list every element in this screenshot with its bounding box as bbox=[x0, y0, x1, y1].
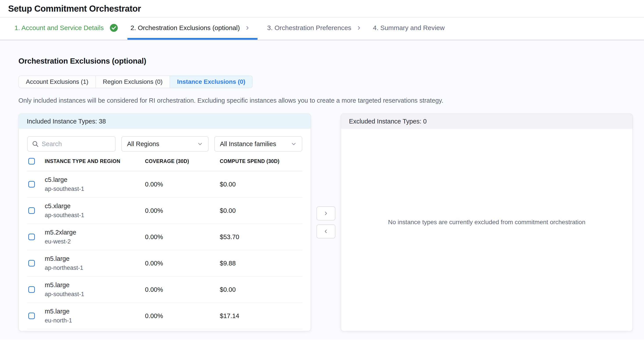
select-all-checkbox[interactable] bbox=[28, 158, 35, 164]
page-title: Setup Commitment Orchestrator bbox=[8, 4, 141, 14]
region-filter-value: All Regions bbox=[127, 140, 159, 148]
row-checkbox[interactable] bbox=[28, 207, 35, 214]
instance-type: m5.2xlarge bbox=[45, 229, 145, 236]
step-summary-review[interactable]: 4. Summary and Review bbox=[370, 18, 448, 40]
table-row: m5.large ap-southeast-1 0.00% $0.00 bbox=[27, 276, 302, 303]
spend-value: $17.14 bbox=[220, 312, 302, 320]
spend-value: $9.88 bbox=[220, 260, 302, 267]
tab-account-exclusions[interactable]: Account Exclusions (1) bbox=[19, 76, 96, 88]
table-header-row: INSTANCE TYPE AND REGION COVERAGE (30D) … bbox=[27, 152, 302, 171]
row-checkbox[interactable] bbox=[28, 260, 35, 266]
transfer-panels: Included Instance Types: 38 All Regions bbox=[18, 114, 633, 332]
instance-family-filter-select[interactable]: All Instance families bbox=[214, 136, 302, 152]
instance-type: m5.large bbox=[45, 282, 145, 289]
row-checkbox[interactable] bbox=[28, 286, 35, 293]
instance-region: ap-northeast-1 bbox=[45, 264, 145, 271]
coverage-value: 0.00% bbox=[145, 312, 220, 320]
coverage-value: 0.00% bbox=[145, 286, 220, 293]
spend-value: $0.00 bbox=[220, 207, 302, 214]
search-input[interactable] bbox=[42, 140, 111, 148]
move-to-excluded-button[interactable]: › bbox=[316, 206, 336, 220]
instance-region: ap-southeast-1 bbox=[45, 291, 145, 298]
instance-region: eu-west-2 bbox=[45, 238, 145, 245]
chevron-down-icon bbox=[291, 141, 296, 147]
coverage-value: 0.00% bbox=[145, 260, 220, 267]
coverage-value: 0.00% bbox=[145, 234, 220, 241]
region-filter-select[interactable]: All Regions bbox=[121, 136, 208, 152]
step-label: 1. Account and Service Details bbox=[14, 24, 104, 32]
table-row: m5.large eu-north-1 0.00% $17.14 bbox=[27, 303, 302, 329]
chevron-right-icon: › bbox=[325, 209, 327, 217]
search-icon bbox=[32, 140, 38, 147]
excluded-instances-panel: Excluded Instance Types: 0 No instance t… bbox=[341, 114, 633, 332]
instance-type: m5.large bbox=[45, 308, 145, 315]
included-filters: All Regions All Instance families bbox=[19, 129, 310, 152]
step-label: 4. Summary and Review bbox=[373, 24, 444, 32]
excluded-empty-message: No instance types are currently excluded… bbox=[388, 219, 586, 226]
table-row: m5.large ap-northeast-1 0.00% $9.88 bbox=[27, 250, 302, 276]
excluded-panel-title: Excluded Instance Types: 0 bbox=[349, 118, 427, 125]
chevron-right-icon: › bbox=[358, 23, 360, 32]
spend-value: $0.00 bbox=[220, 286, 302, 293]
row-checkbox[interactable] bbox=[28, 181, 35, 188]
tab-region-exclusions[interactable]: Region Exclusions (0) bbox=[96, 76, 170, 88]
row-checkbox[interactable] bbox=[28, 234, 35, 240]
table-row: m5.2xlarge eu-west-2 0.00% $53.70 bbox=[27, 224, 302, 250]
column-header-instance-type: INSTANCE TYPE AND REGION bbox=[45, 158, 145, 164]
app-header: Setup Commitment Orchestrator bbox=[0, 0, 644, 18]
step-orchestration-exclusions[interactable]: 2. Orchestration Exclusions (optional) › bbox=[128, 18, 258, 40]
coverage-value: 0.00% bbox=[145, 207, 220, 214]
table-row: c5.xlarge ap-southeast-1 0.00% $0.00 bbox=[27, 198, 302, 224]
check-circle-icon bbox=[110, 24, 118, 32]
row-checkbox[interactable] bbox=[28, 312, 35, 319]
included-panel-title: Included Instance Types: 38 bbox=[27, 118, 106, 125]
tab-instance-exclusions[interactable]: Instance Exclusions (0) bbox=[170, 76, 252, 88]
excluded-empty-state: No instance types are currently excluded… bbox=[341, 129, 632, 331]
instance-region: ap-southeast-1 bbox=[45, 212, 145, 219]
included-panel-header: Included Instance Types: 38 bbox=[19, 114, 310, 129]
column-header-compute-spend: COMPUTE SPEND (30D) bbox=[220, 158, 302, 164]
excluded-panel-header: Excluded Instance Types: 0 bbox=[341, 114, 632, 129]
instance-family-filter-value: All Instance families bbox=[220, 140, 276, 148]
exclusion-tab-group: Account Exclusions (1) Region Exclusions… bbox=[18, 76, 253, 88]
section-description: Only included instances will be consider… bbox=[18, 97, 633, 104]
step-label: 2. Orchestration Exclusions (optional) bbox=[130, 24, 240, 32]
column-header-coverage: COVERAGE (30D) bbox=[145, 158, 220, 164]
included-instances-panel: Included Instance Types: 38 All Regions bbox=[18, 114, 311, 332]
main-content: Orchestration Exclusions (optional) Acco… bbox=[0, 40, 644, 339]
coverage-value: 0.00% bbox=[145, 181, 220, 188]
instance-type: c5.xlarge bbox=[45, 202, 145, 210]
chevron-right-icon: › bbox=[246, 23, 249, 32]
section-heading: Orchestration Exclusions (optional) bbox=[18, 56, 633, 65]
step-orchestration-preferences[interactable]: 3. Orchestration Preferences › bbox=[264, 18, 363, 40]
instance-type: m5.large bbox=[45, 255, 145, 262]
search-box bbox=[27, 136, 116, 152]
spend-value: $53.70 bbox=[220, 234, 302, 241]
included-instances-table: INSTANCE TYPE AND REGION COVERAGE (30D) … bbox=[19, 152, 310, 331]
wizard-stepper: 1. Account and Service Details 2. Orches… bbox=[0, 18, 644, 40]
chevron-left-icon: ‹ bbox=[325, 227, 327, 235]
step-account-service-details[interactable]: 1. Account and Service Details bbox=[12, 18, 121, 40]
spend-value: $0.00 bbox=[220, 181, 302, 188]
step-label: 3. Orchestration Preferences bbox=[267, 24, 352, 32]
move-to-included-button[interactable]: ‹ bbox=[316, 224, 336, 238]
instance-type: c5.large bbox=[45, 176, 145, 184]
transfer-controls: › ‹ bbox=[311, 114, 341, 238]
table-row: c5.large ap-southeast-1 0.00% $0.00 bbox=[27, 171, 302, 198]
instance-region: ap-southeast-1 bbox=[45, 186, 145, 192]
instance-region: eu-north-1 bbox=[45, 317, 145, 324]
chevron-down-icon bbox=[197, 141, 203, 147]
